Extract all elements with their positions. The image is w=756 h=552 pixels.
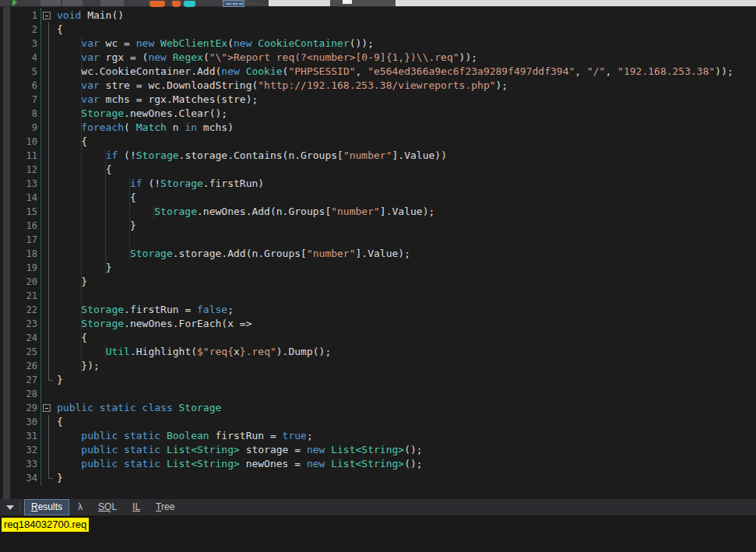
line-number: 18 <box>0 247 37 261</box>
line-number: 26 <box>0 359 37 373</box>
code-text: public static Boolean firstRun = true; <box>57 429 313 443</box>
results-grid-toggle[interactable] <box>223 0 244 7</box>
line-number: 23 <box>0 317 37 331</box>
tab-il[interactable]: IL <box>125 499 147 515</box>
code-text: { <box>57 23 63 37</box>
code-line: 20 } <box>0 275 756 289</box>
code-line: 12 { <box>0 163 756 177</box>
line-number: 5 <box>0 65 37 79</box>
code-line: 28 <box>0 387 756 401</box>
toolbar-button[interactable] <box>100 0 124 6</box>
line-number: 13 <box>0 177 37 191</box>
code-text: if (!Storage.firstRun) <box>57 177 264 191</box>
language-selector[interactable] <box>269 0 330 6</box>
fold-toggle-minus-icon[interactable] <box>43 12 51 19</box>
code-line: 15 Storage.newOnes.Add(n.Groups["number"… <box>0 205 756 219</box>
toolbar: ··· <box>0 0 756 7</box>
code-text: wc.CookieContainer.Add(new Cookie("PHPSE… <box>57 65 733 79</box>
line-number: 15 <box>0 205 37 219</box>
code-line: 21 <box>0 289 756 303</box>
run-icon[interactable] <box>12 0 17 6</box>
connection-selector[interactable] <box>396 0 756 6</box>
line-number: 21 <box>0 289 37 303</box>
line-number: 24 <box>0 331 37 345</box>
code-text: Util.Highlight($"req{x}.req").Dump(); <box>57 345 331 359</box>
flame-small-icon[interactable] <box>172 1 181 7</box>
tab-lambda[interactable]: λ <box>71 499 90 515</box>
line-number: 9 <box>0 121 37 135</box>
code-line: 31 public static Boolean firstRun = true… <box>0 429 756 443</box>
code-line: 22 Storage.firstRun = false; <box>0 303 756 317</box>
analyze-icon[interactable] <box>184 1 195 7</box>
code-text: var mchs = rgx.Matches(stre); <box>57 93 258 107</box>
tab-results[interactable]: Results <box>24 499 69 515</box>
code-text: if (!Storage.storage.Contains(n.Groups["… <box>57 149 447 163</box>
code-text: }); <box>57 359 100 373</box>
code-line: 29public static class Storage <box>0 401 756 415</box>
fold-toggle-minus-icon[interactable] <box>43 404 51 412</box>
line-number: 2 <box>0 23 37 37</box>
code-text: Storage.storage.Add(n.Groups["number"].V… <box>57 247 410 261</box>
code-line: 5 wc.CookieContainer.Add(new Cookie("PHP… <box>0 65 756 79</box>
code-text: var stre = wc.DownloadString("http://192… <box>57 79 508 93</box>
line-number: 30 <box>0 415 37 429</box>
line-number: 20 <box>0 275 37 289</box>
flame-icon[interactable] <box>149 1 165 7</box>
code-line: 34} <box>0 471 756 485</box>
code-line: 2{ <box>0 23 756 37</box>
toolbar-dark-section[interactable] <box>330 0 396 6</box>
stop-button[interactable] <box>62 0 83 6</box>
code-text: { <box>57 191 136 205</box>
line-number: 33 <box>0 457 37 471</box>
line-number: 10 <box>0 135 37 149</box>
line-number: 16 <box>0 219 37 233</box>
pause-button[interactable] <box>40 0 61 6</box>
line-number: 17 <box>0 233 37 247</box>
line-number: 1 <box>0 9 37 23</box>
code-text: public static List<String> newOnes = new… <box>57 457 423 471</box>
code-text: var wc = new WebClientEx(new CookieConta… <box>57 37 374 51</box>
line-number: 7 <box>0 93 37 107</box>
tab-sql[interactable]: SQL <box>91 499 124 515</box>
results-tab-bar: ResultsλSQLILTree <box>0 499 756 515</box>
highlighted-result: req184032700.req <box>2 518 89 532</box>
code-line: 24 { <box>0 331 756 345</box>
code-editor[interactable]: 1void Main()2{3 var wc = new WebClientEx… <box>0 7 756 499</box>
code-line: 4 var rgx = (new Regex("\">Report req(?<… <box>0 51 756 65</box>
code-text: { <box>57 415 63 429</box>
line-number: 6 <box>0 79 37 93</box>
line-number: 28 <box>0 387 37 401</box>
code-line: 14 { <box>0 191 756 205</box>
line-number: 12 <box>0 163 37 177</box>
code-text: foreach( Match n in mchs) <box>57 121 234 135</box>
line-number: 8 <box>0 107 37 121</box>
collapse-panel-arrow-icon[interactable] <box>6 505 14 510</box>
tab-tree[interactable]: Tree <box>149 499 181 515</box>
code-line: 16 } <box>0 219 756 233</box>
code-text: Storage.newOnes.Add(n.Groups["number"].V… <box>57 205 434 219</box>
line-number: 29 <box>0 401 37 415</box>
code-text: } <box>57 219 136 233</box>
code-line: 23 Storage.newOnes.ForEach(x => <box>0 317 756 331</box>
line-number: 11 <box>0 149 37 163</box>
code-line: 6 var stre = wc.DownloadString("http://1… <box>0 79 756 93</box>
code-text: { <box>57 135 87 149</box>
code-text: } <box>57 471 63 485</box>
code-line: 33 public static List<String> newOnes = … <box>0 457 756 471</box>
code-line: 17 <box>0 233 756 247</box>
code-text: public static List<String> storage = new… <box>57 443 423 457</box>
code-line: 32 public static List<String> storage = … <box>0 443 756 457</box>
line-number: 14 <box>0 191 37 205</box>
code-line: 18 Storage.storage.Add(n.Groups["number"… <box>0 247 756 261</box>
code-lines: 1void Main()2{3 var wc = new WebClientEx… <box>0 9 756 485</box>
code-line: 30{ <box>0 415 756 429</box>
code-line: 3 var wc = new WebClientEx(new CookieCon… <box>0 37 756 51</box>
line-number: 22 <box>0 303 37 317</box>
line-number: 34 <box>0 471 37 485</box>
code-line: 27} <box>0 373 756 387</box>
code-line: 25 Util.Highlight($"req{x}.req").Dump(); <box>0 345 756 359</box>
line-number: 27 <box>0 373 37 387</box>
code-text: } <box>57 261 111 275</box>
code-text: void Main() <box>57 9 124 23</box>
tab-divider <box>19 502 20 512</box>
